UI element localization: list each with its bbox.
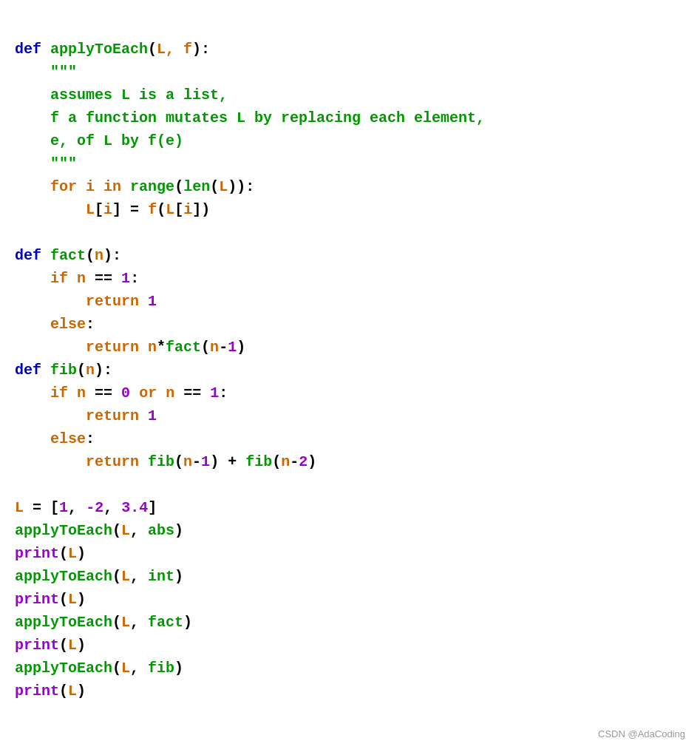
docstring-line3: e, of L by f(e) [50,132,183,149]
call-applyToEach-1: applyToEach [15,522,112,539]
for-keyword: for [50,178,77,195]
loop-body: L [86,201,95,218]
fn-applyToEach: applyToEach [50,41,148,58]
return-keyword-2: return [86,339,139,356]
docstring-line2: f a function mutates L by replacing each… [50,109,485,126]
return-keyword-4: return [86,453,139,470]
var-L: L [15,499,24,516]
if-keyword-1: if [50,270,68,287]
def-keyword-3: def [15,362,41,379]
if-keyword-2: if [50,385,68,402]
call-applyToEach-3: applyToEach [15,614,112,631]
code-display: def applyToEach(L, f): """ assumes L is … [15,15,685,702]
def-keyword-1: def [15,41,41,58]
fn-fact: fact [50,247,86,264]
call-print-2: print [15,591,59,608]
call-applyToEach-4: applyToEach [15,660,112,677]
docstring-line1: assumes L is a list, [50,87,228,104]
call-print-4: print [15,683,59,700]
watermark-text: CSDN @AdaCoding [598,727,685,742]
fn-fib: fib [50,362,77,379]
return-keyword-3: return [86,407,139,424]
else-keyword-1: else [50,316,86,333]
call-print-3: print [15,637,59,654]
docstring-start: """ [50,64,77,81]
else-keyword-2: else [50,430,86,447]
docstring-end: """ [50,155,77,172]
call-print-1: print [15,545,59,562]
return-keyword-1: return [86,293,139,310]
call-applyToEach-2: applyToEach [15,568,112,585]
def-keyword-2: def [15,247,41,264]
